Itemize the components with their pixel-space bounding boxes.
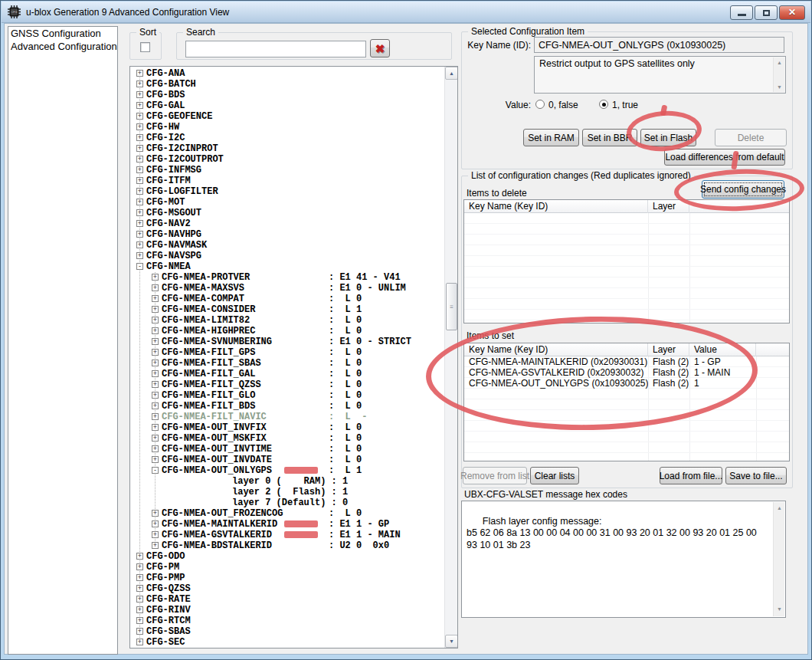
tree-item-label[interactable]: CFG-RATE (146, 594, 191, 605)
expand-icon[interactable]: + (136, 199, 143, 205)
radio-0-false[interactable] (535, 100, 545, 109)
expand-icon[interactable]: + (136, 177, 143, 184)
tree-item[interactable]: +CFG-I2COUTPROT (130, 154, 444, 165)
items-to-delete-table[interactable]: Key Name (Key ID)Layer (463, 199, 790, 323)
tree-item[interactable]: +CFG-PM (130, 562, 444, 573)
tree-item[interactable]: layer 0 ( RAM) : 1 (130, 476, 444, 487)
search-input[interactable] (185, 41, 366, 57)
sidebar-item-gnss-configuration[interactable]: GNSS Configuration (8, 27, 117, 40)
column-header[interactable]: Layer (648, 343, 689, 356)
tree-item-label[interactable]: CFG-NAVMASK (146, 240, 207, 251)
tree-item-label[interactable]: CFG-PM (146, 562, 179, 573)
scroll-thumb[interactable]: ≡ (446, 283, 457, 330)
description-scrollbar[interactable]: ▲ ▼ (773, 57, 784, 92)
tree-scrollbar[interactable]: ▲ ≡ ▼ (444, 67, 457, 648)
scroll-down-button[interactable]: ▼ (445, 635, 458, 648)
tree-item[interactable]: +CFG-INFMSG (130, 165, 444, 176)
tree-item[interactable]: +CFG-NMEA-PROTVER: E1 41 - V41 (130, 272, 444, 283)
tree-item-label[interactable]: CFG-NMEA-FILT_SBAS (162, 358, 261, 369)
tree-item[interactable]: +CFG-NAV2 (130, 218, 444, 229)
tree-item-label[interactable]: CFG-QZSS (146, 583, 191, 594)
tree-item[interactable]: +CFG-BATCH (130, 79, 444, 90)
tree-item[interactable]: +CFG-NMEA-FILT_BDS: L 0 (130, 401, 444, 412)
expand-icon[interactable]: + (136, 113, 143, 120)
tree-item-label[interactable]: CFG-RTCM (146, 616, 191, 626)
tree-item-label[interactable]: CFG-NMEA-OUT_FROZENCOG (162, 508, 283, 519)
scroll-up-icon[interactable]: ▲ (774, 505, 785, 512)
expand-icon[interactable]: + (136, 563, 143, 570)
expand-icon[interactable]: + (136, 70, 143, 77)
clear-search-button[interactable]: ✖ (370, 39, 390, 57)
expand-icon[interactable]: + (136, 628, 143, 635)
tree-item-label[interactable]: CFG-ANA (146, 68, 185, 79)
scroll-down-icon[interactable]: ▼ (774, 606, 785, 613)
tree-item[interactable]: +CFG-NMEA-FILT_GPS: L 0 (130, 347, 444, 358)
tree-item[interactable]: +CFG-NMEA-OUT_INVTIME: L 0 (130, 444, 444, 455)
tree-item-label[interactable]: CFG-NMEA-GSVTALKERID (162, 530, 272, 540)
expand-icon[interactable]: + (136, 134, 143, 141)
tree-item[interactable]: +CFG-HW (130, 122, 444, 133)
expand-icon[interactable]: + (136, 209, 143, 216)
items-to-set-table[interactable]: Key Name (Key ID)LayerValueCFG-NMEA-MAIN… (463, 343, 790, 461)
tree-item-label[interactable]: CFG-NMEA-BDSTALKERID (162, 540, 272, 551)
expand-icon[interactable]: + (152, 435, 159, 442)
tree-item[interactable]: +CFG-NMEA-FILT_GLO: L 0 (130, 390, 444, 401)
close-button[interactable]: ✕ (779, 5, 805, 20)
delete-button[interactable]: Delete (715, 129, 787, 146)
tree-item[interactable]: +CFG-NAVMASK (130, 240, 444, 251)
tree-item-label[interactable]: CFG-NMEA-OUT_INVDATE (162, 455, 272, 465)
tree-item-label[interactable]: CFG-NMEA-PROTVER (162, 272, 250, 283)
tree-item[interactable]: +CFG-BDS (130, 90, 444, 100)
tree-item[interactable]: +CFG-NMEA-BDSTALKERID: U2 0 0x0 (130, 540, 444, 551)
radio-1-true-label[interactable]: 1, true (612, 100, 638, 110)
table-row[interactable]: CFG-NMEA-OUT_ONLYGPS (0x10930025)✔Flash … (464, 378, 789, 389)
expand-icon[interactable]: + (136, 617, 143, 624)
tree-item-label[interactable]: CFG-NMEA-OUT_ONLYGPS (162, 465, 272, 476)
tree-item[interactable]: +CFG-NMEA-MAXSVS: E1 0 - UNLIM (130, 283, 444, 294)
tree-item[interactable]: +CFG-NMEA-FILT_QZSS: L 0 (130, 379, 444, 390)
tree-item[interactable]: +CFG-GEOFENCE (130, 111, 444, 122)
collapse-icon[interactable]: - (136, 263, 143, 270)
tree-item[interactable]: +CFG-NMEA-FILT_SBAS: L 0 (130, 358, 444, 369)
collapse-icon[interactable]: - (152, 467, 159, 474)
tree-item[interactable]: +CFG-ANA (130, 68, 444, 79)
tree-item[interactable]: +CFG-I2CINPROT (130, 143, 444, 154)
expand-icon[interactable]: + (152, 542, 159, 549)
tree-item[interactable]: +CFG-NMEA-OUT_MSKFIX: L 0 (130, 433, 444, 444)
column-header[interactable]: Key Name (Key ID) (464, 200, 648, 213)
expand-icon[interactable]: + (152, 284, 159, 291)
tree-item[interactable]: +CFG-PMP (130, 573, 444, 583)
tree-item-label[interactable]: CFG-SBAS (146, 626, 191, 637)
tree-item[interactable]: -CFG-NMEA-OUT_ONLYGPS: L 1 (130, 465, 444, 476)
expand-icon[interactable]: + (136, 145, 143, 152)
tree-item-label[interactable]: CFG-NMEA (146, 261, 191, 272)
tree-item[interactable]: +CFG-NMEA-GSVTALKERID: E1 1 - MAIN (130, 530, 444, 540)
tree-item[interactable]: +CFG-QZSS (130, 583, 444, 594)
tree-item-label[interactable]: CFG-NMEA-FILT_GLO (162, 390, 255, 401)
table-row[interactable]: CFG-NMEA-MAINTALKERID (0x20930031)✔Flash… (464, 356, 789, 367)
remove-from-list-button[interactable]: Remove from list (463, 467, 527, 484)
tree-item-label[interactable]: CFG-NMEA-LIMIT82 (162, 315, 250, 326)
tree-item-label[interactable]: CFG-I2COUTPROT (146, 154, 224, 165)
expand-icon[interactable]: + (152, 445, 159, 452)
maximize-button[interactable] (755, 5, 778, 20)
expand-icon[interactable]: + (136, 123, 143, 130)
expand-icon[interactable]: + (152, 424, 159, 431)
expand-icon[interactable]: + (136, 102, 143, 109)
expand-icon[interactable]: + (136, 231, 143, 238)
tree-item-label[interactable]: CFG-NMEA-COMPAT (162, 294, 244, 304)
tree-item[interactable]: +CFG-NMEA-SVNUMBERING: E1 0 - STRICT (130, 337, 444, 347)
tree-item-label[interactable]: CFG-SEC (146, 637, 185, 648)
load-differences-button[interactable]: Load differences from default (664, 149, 785, 166)
column-header[interactable]: Layer (648, 200, 689, 213)
tree-item[interactable]: +CFG-NMEA-MAINTALKERID: E1 1 - GP (130, 519, 444, 530)
tree-item[interactable]: +CFG-NMEA-HIGHPREC: L 0 (130, 326, 444, 337)
set-in-ram-button[interactable]: Set in RAM (523, 129, 579, 146)
load-from-file-button[interactable]: Load from file... (660, 467, 722, 484)
expand-icon[interactable]: + (152, 370, 159, 377)
tree-item[interactable]: +CFG-NMEA-COMPAT: L 0 (130, 294, 444, 304)
expand-icon[interactable]: + (136, 166, 143, 173)
expand-icon[interactable]: + (152, 456, 159, 463)
tree-item[interactable]: +CFG-MOT (130, 197, 444, 208)
tree-item-label[interactable]: CFG-I2CINPROT (146, 143, 218, 154)
